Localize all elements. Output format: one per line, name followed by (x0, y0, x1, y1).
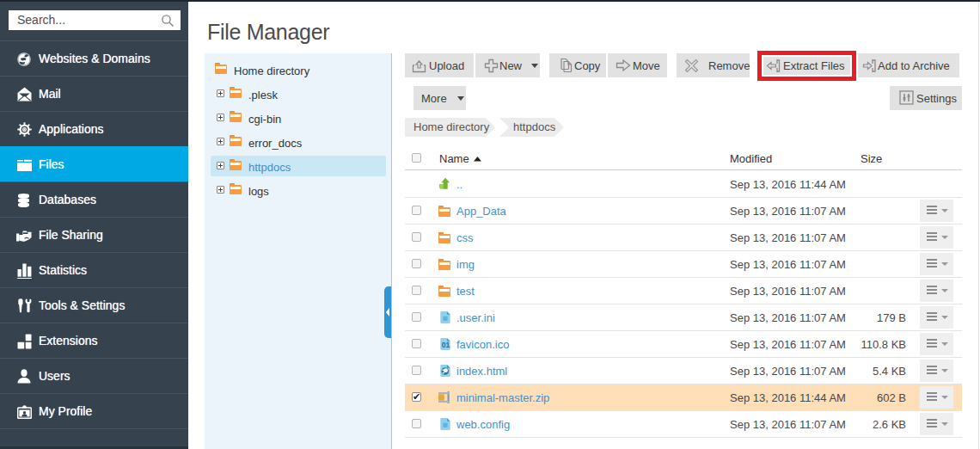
svg-text:01: 01 (442, 341, 450, 349)
